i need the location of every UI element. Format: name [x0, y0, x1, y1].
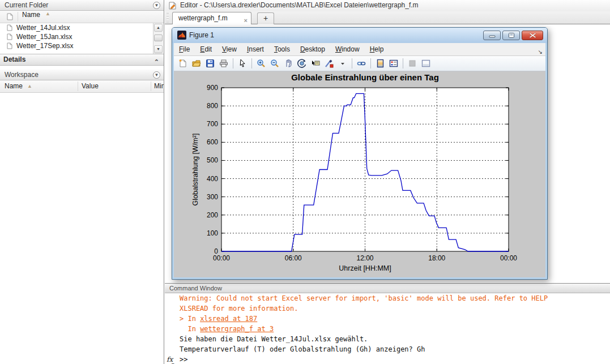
- svg-text:300: 300: [207, 193, 218, 201]
- command-window-body[interactable]: Warning: Could not start Excel server fo…: [165, 293, 610, 364]
- save-icon[interactable]: [203, 57, 217, 70]
- file-icon: [7, 24, 12, 31]
- workspace-name-column[interactable]: Name: [5, 80, 23, 92]
- svg-text:400: 400: [207, 175, 218, 183]
- workspace-min-column[interactable]: Min: [154, 80, 164, 92]
- pan-icon[interactable]: [281, 57, 295, 70]
- file-row[interactable]: Wetter_14Jul.xlsx: [0, 23, 152, 32]
- command-window-header: Command Window: [165, 284, 610, 293]
- output-text: > In: [180, 315, 200, 323]
- zoom-out-icon[interactable]: [268, 57, 281, 70]
- menu-file[interactable]: File: [174, 43, 195, 55]
- command-window: Command Window Warning: Could not start …: [165, 283, 610, 364]
- tab-bar-drag-handle[interactable]: [167, 13, 169, 22]
- fx-button[interactable]: fx▼: [167, 354, 178, 363]
- menu-tools[interactable]: Tools: [269, 43, 295, 55]
- file-name: Wetter_15Jan.xlsx: [16, 33, 72, 41]
- menu-edit[interactable]: Edit: [195, 43, 217, 55]
- details-section-header[interactable]: Details ⌃: [0, 54, 164, 66]
- svg-text:00:00: 00:00: [213, 254, 230, 262]
- editor-title: Editor - C:\Users\a.drexler\Documents\MA…: [180, 0, 419, 11]
- zoom-in-icon[interactable]: [254, 57, 268, 70]
- left-panel: Current Folder ▼ Name ▲ Wetter_14Jul.xls…: [0, 0, 164, 364]
- colorbar-icon[interactable]: [373, 57, 387, 70]
- command-output-line: Warning: Could not start Excel server fo…: [165, 293, 610, 303]
- toolbar-separator: [370, 58, 371, 68]
- scroll-down-icon[interactable]: ▼: [154, 45, 163, 53]
- svg-text:200: 200: [207, 211, 218, 219]
- workspace-column-header[interactable]: Name ▲ Value Min: [0, 80, 164, 93]
- brush-dropdown-icon[interactable]: [336, 57, 349, 70]
- menu-view[interactable]: View: [217, 43, 242, 55]
- workspace-title: Workspace: [5, 71, 39, 79]
- file-list: Wetter_14Jul.xlsxWetter_15Jan.xlsxWetter…: [0, 23, 152, 54]
- file-icon: [7, 42, 12, 49]
- current-folder-menu-icon[interactable]: ▼: [153, 2, 160, 9]
- scrollbar-thumb[interactable]: [154, 35, 163, 41]
- svg-text:600: 600: [207, 138, 218, 146]
- open-file-icon[interactable]: [190, 57, 203, 70]
- collapse-chevron-icon[interactable]: ⌃: [154, 57, 159, 67]
- workspace-value-column[interactable]: Value: [82, 80, 99, 92]
- figure-canvas: 010020030040050060070080090000:0006:0012…: [174, 71, 545, 277]
- command-output-line: Temperaturverlauf (T) oder Globalstrahlu…: [165, 344, 610, 354]
- figure-titlebar[interactable]: Figure 1: [172, 28, 547, 43]
- menu-window[interactable]: Window: [330, 43, 365, 55]
- command-output-line: In wettergraph_f at 3: [165, 324, 610, 334]
- menu-help[interactable]: Help: [365, 43, 389, 55]
- output-text: Warning: Could not start Excel server fo…: [180, 294, 548, 302]
- svg-text:00:00: 00:00: [500, 254, 517, 262]
- new-tab-button[interactable]: +: [257, 12, 274, 24]
- legend-icon[interactable]: [387, 57, 400, 70]
- menu-insert[interactable]: Insert: [242, 43, 269, 55]
- svg-text:100: 100: [207, 229, 218, 237]
- stack-trace-link[interactable]: wettergraph_f at 3: [200, 325, 274, 333]
- minimize-button[interactable]: [483, 31, 501, 40]
- matlab-figure-icon: [177, 31, 186, 40]
- stack-trace-link[interactable]: xlsread at 187: [200, 315, 257, 323]
- output-text: Sie haben die Datei Wetter_14Jul.xlsx ge…: [180, 335, 368, 343]
- tab-close-icon[interactable]: ×: [244, 15, 248, 26]
- file-row[interactable]: Wetter_15Jan.xlsx: [0, 32, 152, 41]
- link-plot-icon[interactable]: [355, 57, 368, 70]
- maximize-button[interactable]: [502, 31, 520, 40]
- pointer-icon[interactable]: [236, 57, 249, 70]
- tab-wettergraph[interactable]: wettergraph_f.m ×: [172, 12, 251, 24]
- editor-titlebar: Editor - C:\Users\a.drexler\Documents\MA…: [165, 0, 610, 11]
- hide-plot-tools-icon[interactable]: [406, 57, 419, 70]
- figure-menubar: FileEditViewInsertToolsDesktopWindowHelp…: [174, 43, 545, 56]
- workspace-header: Workspace ▼: [0, 70, 164, 80]
- command-output-line: Sie haben die Datei Wetter_14Jul.xlsx ge…: [165, 334, 610, 344]
- command-prompt-line[interactable]: fx▼>>: [165, 354, 610, 364]
- toolbar-separator: [403, 58, 403, 68]
- current-folder-header: Current Folder ▼: [0, 0, 164, 11]
- file-icon: [7, 33, 12, 40]
- file-row[interactable]: Wetter_17Sep.xlsx: [0, 41, 152, 50]
- rotate-3d-icon[interactable]: [295, 57, 309, 70]
- workspace-menu-icon[interactable]: ▼: [153, 71, 160, 79]
- brush-icon[interactable]: [322, 57, 336, 70]
- data-cursor-icon[interactable]: [309, 57, 322, 70]
- details-title: Details: [3, 55, 25, 63]
- print-icon[interactable]: [217, 57, 231, 70]
- menu-desktop[interactable]: Desktop: [295, 43, 330, 55]
- chart-title: Globale Einstrahlung über einen Tag: [291, 72, 439, 82]
- y-axis-label: Globalstrahlung [W/m²]: [191, 134, 199, 206]
- file-list-column-header[interactable]: Name ▲: [0, 11, 164, 23]
- file-type-column-icon: [7, 13, 13, 20]
- show-plot-tools-icon[interactable]: [419, 57, 433, 70]
- editor-tab-bar: wettergraph_f.m × +: [165, 11, 610, 24]
- prompt-text: >>: [180, 356, 187, 363]
- command-output-line: > In xlsread at 187: [165, 314, 610, 324]
- command-window-title: Command Window: [169, 285, 222, 292]
- file-list-scrollbar[interactable]: ▲ ▼: [153, 23, 163, 54]
- close-button[interactable]: [522, 31, 543, 40]
- sort-ascending-icon: ▲: [45, 11, 50, 16]
- svg-text:900: 900: [207, 84, 218, 92]
- scroll-up-icon[interactable]: ▲: [154, 24, 163, 32]
- toolbar-separator: [251, 58, 252, 68]
- new-file-icon[interactable]: [176, 57, 190, 70]
- svg-text:06:00: 06:00: [285, 254, 302, 262]
- svg-text:800: 800: [207, 102, 218, 110]
- svg-text:700: 700: [207, 120, 218, 128]
